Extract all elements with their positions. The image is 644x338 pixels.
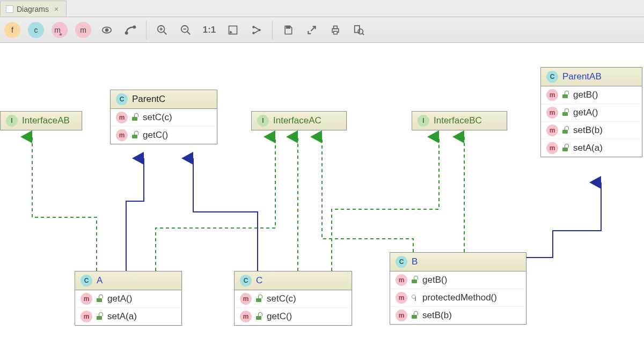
uml-interface-ac[interactable]: IInterfaceAC (251, 111, 347, 130)
print-button[interactable] (326, 21, 345, 39)
public-icon (562, 145, 569, 151)
member-row: msetA(a) (75, 308, 181, 325)
member-sig: getB() (422, 275, 447, 285)
member-row: msetB(b) (390, 307, 526, 324)
diagram-canvas[interactable]: IInterfaceAB CParentC msetC(c) mgetC() I… (0, 43, 644, 338)
member-sig: setB(b) (422, 310, 452, 321)
filter-method-button[interactable]: m (74, 21, 92, 39)
uml-interface-ab[interactable]: IInterfaceAB (0, 111, 82, 130)
member-sig: getA() (107, 293, 132, 304)
show-button[interactable] (98, 21, 116, 39)
diagram-file-icon (6, 5, 13, 13)
member-sig: setB(b) (573, 125, 603, 136)
member-row: mgetA() (541, 104, 642, 122)
member-sig: setC(c) (267, 293, 296, 304)
method-icon: m (396, 274, 407, 286)
method-icon: m (80, 311, 92, 322)
filter-f-button[interactable]: f (3, 21, 21, 39)
tab-label: Diagrams (17, 5, 49, 13)
member-row: mprotectedMethod() (390, 289, 526, 307)
method-icon: m (546, 89, 558, 101)
method-icon: m (116, 129, 128, 141)
svg-rect-20 (355, 25, 360, 32)
method-icon: m (240, 293, 252, 305)
public-icon (562, 127, 569, 134)
member-row: mgetC() (235, 308, 352, 325)
filter-method-star-button[interactable]: m (50, 21, 69, 39)
member-row: mgetC() (111, 127, 217, 144)
public-icon (132, 114, 138, 121)
export-button[interactable] (303, 21, 321, 39)
svg-line-22 (362, 33, 364, 35)
svg-point-1 (106, 28, 108, 31)
interface-icon: I (418, 115, 429, 127)
protected-icon (412, 295, 418, 301)
method-icon: m (546, 107, 558, 119)
filter-class-button[interactable]: c (27, 21, 45, 39)
svg-rect-15 (287, 26, 290, 28)
uml-class-b[interactable]: CB mgetB() mprotectedMethod() msetB(b) (390, 252, 526, 325)
public-icon (132, 132, 138, 138)
uml-class-a[interactable]: CA mgetA() msetA(a) (75, 271, 182, 326)
tab-diagrams[interactable]: Diagrams × (0, 1, 67, 17)
svg-point-13 (252, 32, 255, 34)
member-row: msetA(a) (541, 139, 642, 157)
close-icon[interactable]: × (52, 5, 61, 13)
class-name: InterfaceAB (22, 115, 70, 126)
separator (146, 21, 147, 39)
class-name: InterfaceBC (434, 115, 482, 126)
member-sig: protectedMethod() (422, 292, 497, 303)
member-row: mgetA() (75, 290, 181, 308)
member-sig: getB() (573, 90, 598, 100)
toolbar: f c m m 1:1 (0, 17, 644, 43)
svg-line-16 (311, 26, 315, 31)
class-icon: C (80, 275, 92, 286)
class-name: InterfaceAC (273, 115, 321, 126)
layout-button[interactable] (247, 21, 266, 39)
public-icon (562, 109, 569, 116)
curve-button[interactable] (121, 21, 140, 39)
method-icon: m (396, 310, 407, 321)
class-icon: C (240, 275, 252, 286)
method-icon: m (116, 112, 128, 123)
zoom-out-button[interactable] (177, 21, 195, 39)
public-icon (256, 296, 262, 302)
class-name: B (412, 256, 418, 267)
uml-interface-bc[interactable]: IInterfaceBC (412, 111, 507, 130)
svg-line-5 (164, 31, 167, 34)
save-button[interactable] (279, 21, 297, 39)
public-icon (256, 313, 262, 320)
zoom-in-button[interactable] (153, 21, 171, 39)
svg-point-12 (252, 26, 255, 28)
svg-rect-18 (334, 26, 338, 28)
member-sig: setA(a) (573, 143, 603, 153)
class-name: ParentAB (562, 71, 602, 82)
fit-screen-button[interactable] (224, 21, 242, 39)
member-row: mgetB() (390, 271, 526, 289)
member-sig: getA() (573, 107, 598, 118)
svg-point-2 (126, 32, 128, 34)
interface-icon: I (257, 115, 269, 127)
svg-point-21 (358, 29, 363, 34)
public-icon (562, 92, 569, 98)
svg-line-9 (187, 31, 191, 34)
class-icon: C (396, 256, 407, 268)
method-icon: m (546, 124, 558, 136)
member-row: msetC(c) (111, 109, 217, 127)
method-icon: m (546, 142, 558, 154)
uml-parent-c[interactable]: CParentC msetC(c) mgetC() (110, 90, 217, 144)
method-icon: m (396, 292, 407, 304)
public-icon (97, 296, 103, 302)
member-row: msetC(c) (235, 290, 352, 308)
svg-rect-19 (334, 31, 338, 34)
uml-class-c[interactable]: CC msetC(c) mgetC() (234, 271, 352, 326)
separator (272, 21, 273, 39)
tab-strip: Diagrams × (0, 0, 644, 17)
preview-button[interactable] (350, 21, 368, 39)
member-row: mgetB() (541, 86, 642, 104)
public-icon (412, 277, 418, 283)
zoom-reset-button[interactable]: 1:1 (200, 21, 218, 39)
class-icon: C (116, 93, 128, 105)
uml-parent-ab[interactable]: CParentAB mgetB() mgetA() msetB(b) msetA… (540, 67, 642, 157)
interface-icon: I (6, 115, 18, 127)
